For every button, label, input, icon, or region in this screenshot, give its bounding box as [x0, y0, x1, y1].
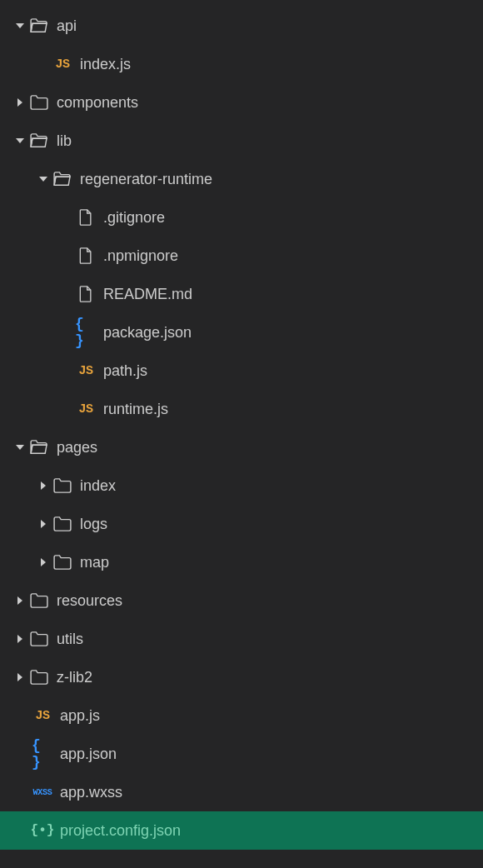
json-icon: {•}	[32, 823, 53, 838]
tree-item-label: path.js	[103, 362, 147, 380]
tree-item-label: index	[80, 477, 116, 495]
tree-item-label: index.js	[80, 56, 131, 73]
chevron-right-icon	[12, 635, 28, 643]
tree-item-gitignore[interactable]: .gitignore	[0, 198, 483, 237]
folder-icon	[28, 95, 50, 110]
tree-item-zlib2[interactable]: z-lib2	[0, 658, 483, 696]
file-icon	[75, 209, 97, 226]
chevron-right-icon	[35, 481, 52, 490]
tree-item-label: utils	[57, 631, 83, 648]
folder-open-icon	[28, 440, 50, 455]
tree-item-label: app.wxss	[60, 784, 122, 801]
tree-item-npmignore[interactable]: .npmignore	[0, 237, 483, 275]
tree-item-appwxss[interactable]: WXSSapp.wxss	[0, 773, 483, 811]
tree-item-components[interactable]: components	[0, 83, 483, 122]
file-icon	[75, 247, 97, 264]
file-icon	[75, 286, 97, 302]
tree-item-pathjs[interactable]: JSpath.js	[0, 352, 483, 390]
tree-item-pages-logs[interactable]: logs	[0, 505, 483, 543]
folder-icon	[52, 555, 73, 570]
folder-open-icon	[52, 172, 73, 187]
tree-item-runtimejs[interactable]: JSruntime.js	[0, 390, 483, 428]
chevron-right-icon	[35, 520, 52, 528]
folder-icon	[52, 478, 73, 493]
tree-item-readme[interactable]: README.md	[0, 275, 483, 313]
tree-item-label: map	[80, 554, 109, 571]
tree-item-label: app.js	[60, 707, 100, 725]
tree-item-regen[interactable]: regenerator-runtime	[0, 160, 483, 198]
tree-item-label: resources	[57, 592, 122, 610]
js-icon: JS	[32, 709, 53, 723]
tree-item-label: runtime.js	[103, 401, 168, 418]
folder-icon	[28, 670, 50, 685]
chevron-down-icon	[12, 22, 28, 30]
tree-item-lib[interactable]: lib	[0, 122, 483, 160]
chevron-right-icon	[35, 558, 52, 566]
tree-item-label: app.json	[60, 746, 117, 763]
json-icon: { }	[75, 316, 97, 349]
tree-item-label: package.json	[103, 324, 192, 342]
tree-item-projectconfig[interactable]: {•}project.config.json	[0, 811, 483, 850]
wxss-icon: WXSS	[32, 788, 53, 797]
chevron-down-icon	[12, 443, 28, 451]
tree-item-label: api	[57, 17, 77, 35]
folder-icon	[52, 516, 73, 531]
tree-item-pages[interactable]: pages	[0, 428, 483, 466]
tree-item-label: logs	[80, 516, 107, 533]
tree-item-utils[interactable]: utils	[0, 620, 483, 658]
tree-item-label: lib	[57, 132, 72, 150]
folder-icon	[28, 631, 50, 646]
tree-item-appjs[interactable]: JSapp.js	[0, 696, 483, 735]
tree-item-package[interactable]: { }package.json	[0, 313, 483, 352]
tree-item-label: regenerator-runtime	[80, 171, 212, 188]
folder-open-icon	[28, 18, 50, 33]
tree-item-label: .npmignore	[103, 247, 178, 265]
tree-item-api[interactable]: api	[0, 7, 483, 45]
js-icon: JS	[75, 402, 97, 417]
tree-item-api-index[interactable]: JSindex.js	[0, 45, 483, 83]
tree-item-label: components	[57, 94, 138, 112]
tree-item-appjson[interactable]: { }app.json	[0, 735, 483, 773]
tree-item-pages-map[interactable]: map	[0, 543, 483, 581]
js-icon: JS	[75, 364, 97, 378]
folder-icon	[28, 593, 50, 608]
chevron-down-icon	[12, 137, 28, 145]
folder-open-icon	[28, 133, 50, 148]
chevron-right-icon	[12, 98, 28, 107]
tree-item-resources[interactable]: resources	[0, 581, 483, 620]
tree-item-pages-index[interactable]: index	[0, 466, 483, 505]
tree-item-label: project.config.json	[60, 822, 181, 840]
chevron-down-icon	[35, 175, 52, 183]
tree-item-label: .gitignore	[103, 209, 165, 227]
tree-item-label: z-lib2	[57, 669, 92, 686]
js-icon: JS	[52, 57, 73, 72]
chevron-right-icon	[12, 673, 28, 681]
file-tree: apiJSindex.jscomponentslibregenerator-ru…	[0, 7, 483, 850]
json-icon: { }	[32, 737, 53, 771]
tree-item-label: pages	[57, 439, 97, 456]
tree-item-label: README.md	[103, 286, 192, 303]
chevron-right-icon	[12, 596, 28, 605]
